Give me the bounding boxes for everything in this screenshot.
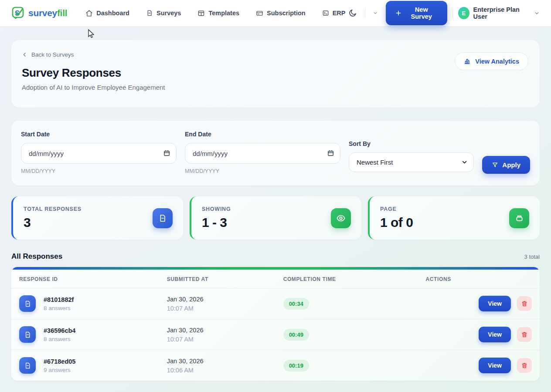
eye-icon <box>331 208 351 228</box>
submitted-time: 10:07 AM <box>167 336 283 343</box>
responses-heading: All Responses <box>11 252 62 261</box>
user-name: Enterprise Plan User <box>473 6 530 20</box>
start-date-label: Start Date <box>21 131 177 138</box>
calendar-icon[interactable] <box>327 149 334 157</box>
delete-button[interactable] <box>517 296 532 311</box>
back-to-surveys-link[interactable]: Back to Surveys <box>22 51 74 58</box>
plus-icon <box>395 10 401 16</box>
start-date-hint: MM/DD/YYYY <box>21 168 177 174</box>
filter-funnel-icon <box>492 162 498 168</box>
user-menu[interactable]: E Enterprise Plan User <box>458 6 540 20</box>
document-icon <box>19 326 36 343</box>
document-icon <box>153 208 173 228</box>
calendar-icon[interactable] <box>163 149 170 157</box>
completion-time-badge: 00:19 <box>283 360 309 372</box>
submitted-date: Jan 30, 2026 <box>167 358 283 365</box>
chevron-left-icon <box>22 52 27 57</box>
table-row: #36596cb4 8 answers Jan 30, 2026 10:07 A… <box>11 319 540 350</box>
submitted-time: 10:07 AM <box>167 305 283 312</box>
submitted-date: Jan 30, 2026 <box>167 296 283 303</box>
trash-icon <box>521 362 528 369</box>
view-button[interactable]: View <box>479 327 511 342</box>
brand-logo[interactable]: S surveyfill <box>11 6 67 20</box>
new-survey-label: New Survey <box>405 6 438 20</box>
nav-label: Dashboard <box>96 10 129 17</box>
nav-label: Templates <box>208 10 239 17</box>
view-button[interactable]: View <box>479 358 511 373</box>
stat-card-showing: SHOWING 1 - 3 <box>190 196 361 240</box>
sort-by-label: Sort By <box>349 140 474 147</box>
apply-filters-button[interactable]: Apply <box>482 156 530 174</box>
start-date-input[interactable] <box>21 143 177 164</box>
credit-card-icon <box>256 10 263 17</box>
bar-chart-icon <box>464 57 471 65</box>
responses-total: 3 total <box>524 253 540 260</box>
nav-item-subscription[interactable]: Subscription <box>256 10 306 17</box>
page-title: Survey Responses <box>22 66 526 80</box>
chevron-down-icon <box>373 10 378 16</box>
stats-row: TOTAL RESPONSES 3 SHOWING 1 - 3 PAGE 1 o… <box>11 196 540 240</box>
archive-icon <box>509 208 529 228</box>
page-subtitle: Adoption of AI to Improve Employee Engag… <box>22 84 526 91</box>
home-icon <box>85 10 93 17</box>
view-analytics-label: View Analytics <box>475 58 519 65</box>
layout-icon <box>197 10 205 17</box>
divider <box>452 8 453 18</box>
completion-time-badge: 00:49 <box>283 329 309 341</box>
nav-item-templates[interactable]: Templates <box>197 10 239 17</box>
page-header-card: Back to Surveys Survey Responses Adoptio… <box>11 40 540 108</box>
terminal-icon <box>322 10 329 17</box>
theme-menu-chevron[interactable] <box>370 8 381 18</box>
filters-card: Start Date MM/DD/YYYY End Date MM/DD/YYY… <box>11 121 540 186</box>
sort-by-group: Sort By Newest First <box>349 140 474 174</box>
response-id: #36596cb4 <box>44 327 75 334</box>
end-date-group: End Date MM/DD/YYYY <box>185 131 340 174</box>
chevron-down-icon <box>534 10 540 16</box>
stat-card-page: PAGE 1 of 0 <box>368 196 540 240</box>
table-row: #8101882f 8 answers Jan 30, 2026 10:07 A… <box>11 288 540 319</box>
submitted-date: Jan 30, 2026 <box>167 327 283 334</box>
view-analytics-button[interactable]: View Analytics <box>455 52 528 70</box>
stat-value: 3 <box>24 215 82 230</box>
brand-name: surveyfill <box>28 8 67 18</box>
delete-button[interactable] <box>517 327 532 342</box>
divider <box>365 8 365 18</box>
nav-label: Surveys <box>156 10 181 17</box>
document-icon <box>19 295 36 312</box>
avatar: E <box>458 7 469 19</box>
submitted-time: 10:06 AM <box>167 367 283 374</box>
apply-label: Apply <box>502 161 520 169</box>
responses-table-card: RESPONSE ID SUBMITTED AT COMPLETION TIME… <box>11 267 540 381</box>
sort-select[interactable]: Newest First <box>349 152 474 172</box>
trash-icon <box>521 300 528 307</box>
column-header-completion-time: COMPLETION TIME <box>283 276 426 282</box>
nav-item-erp[interactable]: ERP <box>322 10 346 17</box>
mouse-cursor <box>88 29 95 39</box>
responses-list-header: All Responses 3 total <box>11 252 540 261</box>
nav-item-surveys[interactable]: Surveys <box>146 10 181 17</box>
nav-label: ERP <box>333 10 346 17</box>
surveyfill-logo-icon: S <box>11 6 25 20</box>
column-header-actions: ACTIONS <box>426 276 532 282</box>
stat-value: 1 - 3 <box>202 215 231 230</box>
answers-count: 8 answers <box>44 305 74 311</box>
top-navbar: S surveyfill Dashboard Surveys Templates <box>0 0 551 27</box>
new-survey-button[interactable]: New Survey <box>386 1 447 25</box>
view-button[interactable]: View <box>479 296 511 311</box>
stat-label: PAGE <box>380 206 413 212</box>
theme-toggle-button[interactable] <box>346 6 360 20</box>
table-header-row: RESPONSE ID SUBMITTED AT COMPLETION TIME… <box>11 270 540 288</box>
document-icon <box>19 357 36 374</box>
nav-label: Subscription <box>267 10 306 17</box>
end-date-hint: MM/DD/YYYY <box>185 168 340 174</box>
delete-button[interactable] <box>517 358 532 373</box>
stat-value: 1 of 0 <box>380 215 413 230</box>
nav-links: Dashboard Surveys Templates Subscription… <box>85 10 345 17</box>
trash-icon <box>521 331 528 338</box>
nav-item-dashboard[interactable]: Dashboard <box>85 10 129 17</box>
answers-count: 8 answers <box>44 336 75 342</box>
response-id: #8101882f <box>44 296 74 303</box>
stat-label: TOTAL RESPONSES <box>24 206 82 212</box>
response-id: #6718ed05 <box>44 358 75 365</box>
end-date-input[interactable] <box>185 143 340 164</box>
